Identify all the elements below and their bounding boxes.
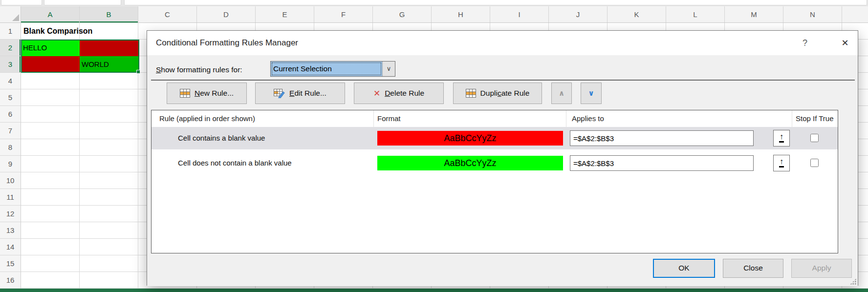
row-header-7[interactable]: 7 <box>0 123 21 139</box>
col-header-j[interactable]: J <box>549 6 608 22</box>
row-header-1[interactable]: 1 <box>0 23 21 40</box>
header-format: Format <box>377 110 401 127</box>
col-header-g[interactable]: G <box>373 6 432 22</box>
row-headers: 1 2 3 4 5 6 7 8 9 10 11 12 13 14 15 16 <box>0 23 21 292</box>
col-header-m[interactable]: M <box>725 6 783 22</box>
new-rule-button[interactable]: New Rule... <box>167 83 247 104</box>
table-grid-icon <box>466 89 476 98</box>
header-rule: Rule (applied in order shown) <box>159 110 255 127</box>
resize-grip[interactable] <box>850 278 856 285</box>
rule-row-blank[interactable]: Cell contains a blank value AaBbCcYyZz ↑ <box>152 127 838 149</box>
move-rule-up-button[interactable]: ∧ <box>551 83 572 104</box>
col-header-c[interactable]: C <box>138 6 197 22</box>
ok-button[interactable]: OK <box>653 259 715 278</box>
scope-combobox-value: Current Selection <box>271 62 382 76</box>
format-preview-swatch: AaBbCcYyZz <box>377 156 563 170</box>
formula-input[interactable] <box>124 0 867 5</box>
collapse-arrow-icon: ↑ <box>779 132 784 143</box>
rules-table: Rule (applied in order shown) Format App… <box>151 110 838 253</box>
move-rule-down-button[interactable]: ∨ <box>581 83 602 104</box>
col-header-e[interactable]: E <box>256 6 314 22</box>
col-header-h[interactable]: H <box>432 6 490 22</box>
header-separator <box>792 110 792 127</box>
stop-if-true-checkbox[interactable] <box>810 159 819 167</box>
col-header-i[interactable]: I <box>490 6 549 22</box>
column-headers: A B C D E F G H I J K L M N <box>0 6 868 23</box>
applies-to-input[interactable] <box>570 130 754 146</box>
help-icon[interactable]: ? <box>793 31 817 55</box>
red-x-icon: ✕ <box>373 88 380 99</box>
name-box[interactable] <box>1 0 42 5</box>
dialog-titlebar[interactable]: Conditional Formatting Rules Manager ? ✕ <box>147 31 858 55</box>
row-header-3[interactable]: 3 <box>0 56 21 73</box>
scope-combobox[interactable]: Current Selection ∨ <box>270 61 395 77</box>
row-header-15[interactable]: 15 <box>0 255 21 272</box>
collapse-arrow-icon: ↑ <box>779 157 784 167</box>
status-bar <box>0 289 868 292</box>
stop-if-true-checkbox[interactable] <box>810 134 819 142</box>
col-header-l[interactable]: L <box>666 6 725 22</box>
excel-window: A B C D E F G H I J K L M N 1 2 3 4 5 6 … <box>0 0 868 292</box>
row-header-2[interactable]: 2 <box>0 40 21 56</box>
close-button[interactable]: Close <box>723 259 783 278</box>
cell-a2[interactable]: HELLO <box>21 40 80 56</box>
header-applies-to: Applies to <box>572 110 604 127</box>
col-header-f[interactable]: F <box>314 6 373 22</box>
row-header-10[interactable]: 10 <box>0 172 21 189</box>
edit-rule-label: Edit Rule... <box>289 89 326 98</box>
header-separator <box>566 110 566 127</box>
format-preview-swatch: AaBbCcYyZz <box>377 131 563 146</box>
table-pencil-icon <box>274 89 285 98</box>
chevron-up-icon: ∧ <box>559 89 564 98</box>
dialog-title: Conditional Formatting Rules Manager <box>156 31 298 55</box>
row-header-5[interactable]: 5 <box>0 89 21 106</box>
formula-bar-strip <box>0 0 868 6</box>
delete-rule-label: Delete Rule <box>385 89 424 98</box>
row-header-4[interactable]: 4 <box>0 73 21 89</box>
col-header-d[interactable]: D <box>197 6 256 22</box>
collapse-dialog-button[interactable]: ↑ <box>773 130 790 146</box>
row-header-11[interactable]: 11 <box>0 189 21 206</box>
rule-row-not-blank[interactable]: Cell does not contain a blank value AaBb… <box>152 152 838 174</box>
applies-to-input[interactable] <box>570 155 754 171</box>
conditional-formatting-dialog: Conditional Formatting Rules Manager ? ✕… <box>147 30 858 286</box>
duplicate-rule-button[interactable]: Duplicate Rule <box>453 83 542 104</box>
fx-box[interactable] <box>44 0 121 5</box>
delete-rule-button[interactable]: ✕ Delete Rule <box>354 83 444 104</box>
cell-a1-title[interactable]: Blank Comparison <box>22 23 139 40</box>
rule-description: Cell does not contain a blank value <box>178 152 292 174</box>
row-header-12[interactable]: 12 <box>0 206 21 222</box>
collapse-dialog-button[interactable]: ↑ <box>773 155 790 171</box>
show-rules-label: Show formatting rules for: <box>156 65 242 74</box>
row-header-14[interactable]: 14 <box>0 239 21 255</box>
col-header-a[interactable]: A <box>21 6 80 22</box>
col-header-n[interactable]: N <box>783 6 842 22</box>
close-icon[interactable]: ✕ <box>832 31 858 55</box>
duplicate-rule-label: Duplicate Rule <box>480 89 530 98</box>
row-header-6[interactable]: 6 <box>0 106 21 123</box>
cell-b2[interactable] <box>80 40 138 56</box>
chevron-down-icon: ∨ <box>588 89 594 98</box>
fill-handle[interactable] <box>136 70 140 74</box>
toolbar-divider <box>151 80 855 81</box>
new-rule-label: New Rule... <box>195 89 234 98</box>
col-header-k[interactable]: K <box>608 6 666 22</box>
cell-b3[interactable]: WORLD <box>80 56 138 73</box>
col-header-b[interactable]: B <box>80 6 138 22</box>
row-header-16[interactable]: 16 <box>0 272 21 289</box>
table-grid-icon <box>180 89 190 98</box>
rule-description: Cell contains a blank value <box>178 127 265 149</box>
header-separator <box>373 110 374 127</box>
apply-button[interactable]: Apply <box>791 259 852 278</box>
chevron-down-icon[interactable]: ∨ <box>382 62 395 76</box>
row-header-9[interactable]: 9 <box>0 156 21 172</box>
rules-table-header: Rule (applied in order shown) Format App… <box>152 110 838 127</box>
row-header-8[interactable]: 8 <box>0 139 21 156</box>
edit-rule-button[interactable]: Edit Rule... <box>255 83 345 104</box>
select-all-corner[interactable] <box>0 6 21 22</box>
dialog-body: Show formatting rules for: Current Selec… <box>147 55 858 286</box>
cell-a3[interactable] <box>21 56 80 73</box>
row-header-13[interactable]: 13 <box>0 222 21 239</box>
header-stop-if-true: Stop If True <box>796 110 834 127</box>
